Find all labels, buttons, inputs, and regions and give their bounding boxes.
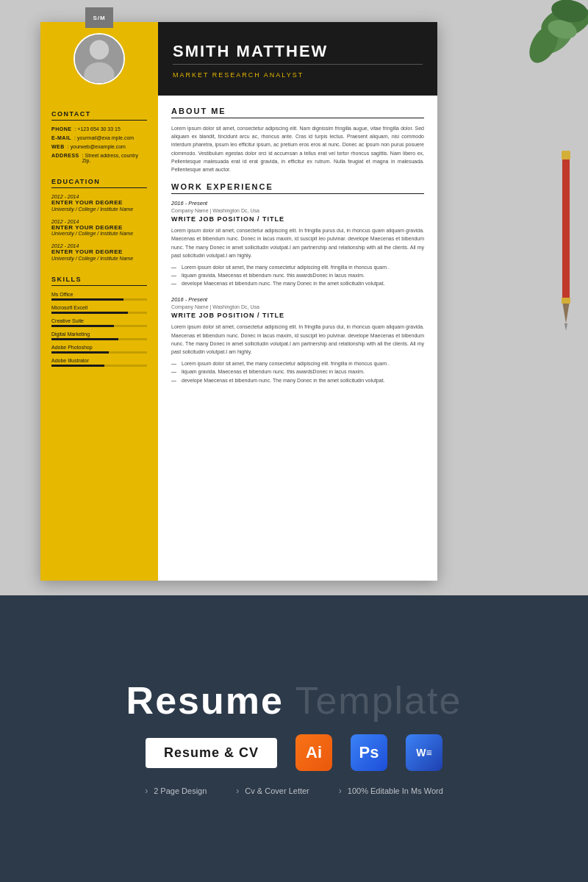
work-entry-2-bullets: Lorem ipsum dolor sit amet, the many con…: [171, 359, 424, 384]
chevron-right-icon: ›: [145, 786, 148, 796]
promo-area: Resume Template Resume & CV Ai Ps W≡ › 2…: [0, 595, 588, 882]
bullet-item: liquam gravida. Maecenas et bibendum nun…: [171, 368, 424, 376]
contact-section: CONTACT PHONE : +123 654 30 33 15 E-MAIL…: [51, 110, 147, 163]
skill-digital-label: Digital Marketing: [51, 331, 147, 337]
bullet-item: Lorem ipsum dolor sit amet, the many con…: [171, 359, 424, 368]
edu-year-2: 2012 - 2014: [51, 219, 147, 224]
skill-digital-bar-bg: [51, 338, 147, 340]
ai-icon: Ai: [295, 734, 332, 771]
skill-digital-bar-fill: [51, 338, 118, 340]
skill-illustrator: Adobe Illustrator: [51, 358, 147, 367]
plant-decoration: [500, 0, 588, 88]
resume-job-title: MARKET RESEARCH ANALYST: [173, 71, 423, 79]
bullet-item: Lorem ipsum dolor sit amet, the many con…: [171, 263, 424, 271]
resume-name: SMITH MATTHEW: [173, 43, 423, 60]
svg-rect-5: [562, 154, 570, 301]
contact-email: E-MAIL : yourmail@exa mple.com: [51, 135, 147, 140]
work-entry-1: 2016 - Present Company Name | Washington…: [171, 200, 424, 287]
contact-email-value: : yourmail@exa mple.com: [74, 135, 134, 140]
work-entry-2-desc: Lorem ipsum dolor sit amet, consectetur …: [171, 323, 424, 356]
edu-institute-2: University / College / Institute Name: [51, 231, 147, 236]
edu-year-1: 2012 - 2014: [51, 194, 147, 199]
ps-icon-label: Ps: [359, 743, 379, 762]
work-entry-1-year: 2016 - Present: [171, 200, 424, 207]
promo-title-light: Template: [284, 679, 462, 722]
contact-web-label: WEB: [51, 144, 65, 149]
skill-ms-office: Ms Office: [51, 292, 147, 301]
education-section: EDUCATION 2012 - 2014 ENTER YOUR DEGREE …: [51, 178, 147, 261]
skill-ms-office-bar-bg: [51, 298, 147, 301]
promo-badges: Resume & CV Ai Ps W≡: [146, 734, 442, 771]
skill-illustrator-bar-bg: [51, 365, 147, 367]
skill-ms-office-label: Ms Office: [51, 292, 147, 297]
feature-editable-label: 100% Editable In Ms Word: [348, 786, 443, 795]
skills-section: SKILLS Ms Office Microsoft Excell Creati…: [51, 276, 147, 367]
edu-degree-2: ENTER YOUR DEGREE: [51, 224, 147, 232]
edu-item-1: 2012 - 2014 ENTER YOUR DEGREE University…: [51, 194, 147, 212]
skill-creative: Creative Suite: [51, 318, 147, 327]
monogram-badge: S/M: [85, 7, 113, 28]
work-entry-1-desc: Lorem ipsum dolor sit amet, consectetur …: [171, 226, 424, 259]
edu-item-2: 2012 - 2014 ENTER YOUR DEGREE University…: [51, 219, 147, 237]
svg-marker-7: [562, 301, 570, 323]
about-text: Lorem ipsum dolor sit amet, consectetur …: [171, 124, 424, 173]
edu-institute-3: University / College / Institute Name: [51, 256, 147, 261]
skill-creative-bar-bg: [51, 325, 147, 327]
promo-title: Resume Template: [126, 681, 462, 720]
skills-section-title: SKILLS: [51, 276, 147, 286]
work-entry-1-position: WRITE JOB POSITION / TITLE: [171, 215, 424, 223]
promo-title-bold: Resume: [126, 679, 284, 722]
monogram-text: S/M: [93, 15, 105, 21]
word-icon: W≡: [406, 734, 442, 771]
feature-editable: › 100% Editable In Ms Word: [339, 786, 443, 796]
contact-address-label: ADDRESS: [51, 153, 79, 163]
contact-section-title: CONTACT: [51, 110, 147, 121]
word-icon-label: W≡: [416, 747, 431, 759]
chevron-right-icon: ›: [339, 786, 342, 796]
header-sidebar: S/M: [40, 22, 158, 96]
skill-ms-office-bar-fill: [51, 298, 123, 301]
skill-excel: Microsoft Excell: [51, 305, 147, 314]
chevron-right-icon: ›: [236, 786, 239, 796]
work-section-title: WORK EXPERIENCE: [171, 182, 424, 194]
contact-address-value: : Street address, country Zip.: [82, 153, 147, 163]
header-info: SMITH MATTHEW MARKET RESEARCH ANALYST: [158, 22, 437, 96]
skill-excel-bar-fill: [51, 312, 128, 314]
work-entry-1-company: Company Name | Washington Dc, Usa: [171, 208, 424, 213]
contact-phone: PHONE : +123 654 30 33 15: [51, 126, 147, 132]
svg-rect-9: [562, 151, 570, 159]
bullet-item: develope Maecenas et bibendum nunc. The …: [171, 279, 424, 287]
edu-degree-1: ENTER YOUR DEGREE: [51, 199, 147, 207]
education-section-title: EDUCATION: [51, 178, 147, 188]
skill-illustrator-bar-fill: [51, 365, 104, 367]
contact-email-label: E-MAIL: [51, 135, 71, 140]
feature-cover-letter: › Cv & Cover Letter: [236, 786, 309, 796]
bullet-item: liquam gravida. Maecenas et bibendum nun…: [171, 271, 424, 279]
edu-item-3: 2012 - 2014 ENTER YOUR DEGREE University…: [51, 243, 147, 261]
contact-address: ADDRESS : Street address, country Zip.: [51, 153, 147, 163]
feature-cover-letter-label: Cv & Cover Letter: [245, 786, 309, 795]
skill-photoshop: Adobe Photoshop: [51, 345, 147, 354]
skill-photoshop-label: Adobe Photoshop: [51, 345, 147, 350]
edu-year-3: 2012 - 2014: [51, 243, 147, 248]
skill-photoshop-bar-bg: [51, 351, 147, 354]
resume-card: S/M SMITH MATTHEW MARKET RESEARCH ANALYS…: [40, 22, 437, 581]
svg-rect-8: [562, 298, 570, 304]
contact-phone-label: PHONE: [51, 126, 71, 132]
skill-creative-label: Creative Suite: [51, 318, 147, 323]
avatar: [74, 33, 125, 85]
contact-web-value: : yourweb@example.com: [68, 144, 126, 149]
skill-illustrator-label: Adobe Illustrator: [51, 358, 147, 363]
svg-marker-10: [564, 323, 567, 331]
work-entry-2-year: 2016 - Present: [171, 296, 424, 303]
pen-decoration: [555, 147, 577, 331]
skill-photoshop-bar-fill: [51, 351, 109, 354]
feature-2page: › 2 Page Design: [145, 786, 207, 796]
resume-sidebar: CONTACT PHONE : +123 654 30 33 15 E-MAIL…: [40, 96, 158, 581]
feature-2page-label: 2 Page Design: [154, 786, 207, 795]
edu-degree-3: ENTER YOUR DEGREE: [51, 248, 147, 256]
svg-point-12: [90, 40, 109, 60]
work-entry-1-bullets: Lorem ipsum dolor sit amet, the many con…: [171, 263, 424, 288]
contact-web: WEB : yourweb@example.com: [51, 144, 147, 149]
resume-cv-badge: Resume & CV: [146, 738, 277, 768]
